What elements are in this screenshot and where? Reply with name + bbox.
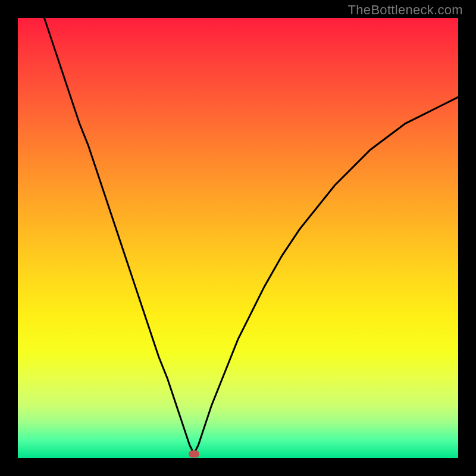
minimum-marker [189, 450, 199, 458]
plot-area [18, 18, 458, 458]
chart-frame: TheBottleneck.com [0, 0, 476, 476]
watermark-text: TheBottleneck.com [348, 2, 463, 18]
bottleneck-curve [18, 18, 458, 458]
